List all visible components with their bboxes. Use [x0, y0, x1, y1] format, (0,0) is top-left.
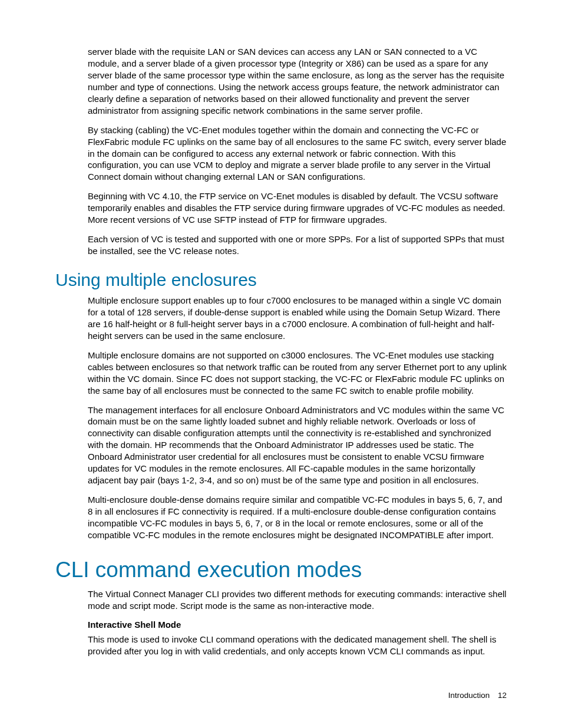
paragraph: This mode is used to invoke CLI command …: [88, 634, 507, 657]
paragraph: Multi-enclosure double-dense domains req…: [88, 494, 507, 541]
paragraph: By stacking (cabling) the VC-Enet module…: [88, 124, 507, 183]
footer-page-number: 12: [498, 691, 507, 700]
document-page: server blade with the requisite LAN or S…: [0, 0, 562, 728]
section-body: The Virtual Connect Manager CLI provides…: [88, 588, 507, 657]
intro-continuation: server blade with the requisite LAN or S…: [88, 46, 507, 257]
page-footer: Introduction 12: [448, 691, 507, 700]
heading-cli-command-execution-modes: CLI command execution modes: [55, 558, 507, 582]
section-body: Multiple enclosure support enables up to…: [88, 295, 507, 541]
subheading-interactive-shell-mode: Interactive Shell Mode: [88, 620, 507, 630]
paragraph: Multiple enclosure domains are not suppo…: [88, 350, 507, 397]
paragraph: server blade with the requisite LAN or S…: [88, 46, 507, 117]
footer-section-label: Introduction: [448, 691, 490, 700]
heading-using-multiple-enclosures: Using multiple enclosures: [55, 270, 507, 290]
paragraph: Multiple enclosure support enables up to…: [88, 295, 507, 342]
paragraph: Each version of VC is tested and support…: [88, 233, 507, 257]
paragraph: Beginning with VC 4.10, the FTP service …: [88, 190, 507, 226]
paragraph: The management interfaces for all enclos…: [88, 404, 507, 487]
paragraph: The Virtual Connect Manager CLI provides…: [88, 588, 507, 612]
